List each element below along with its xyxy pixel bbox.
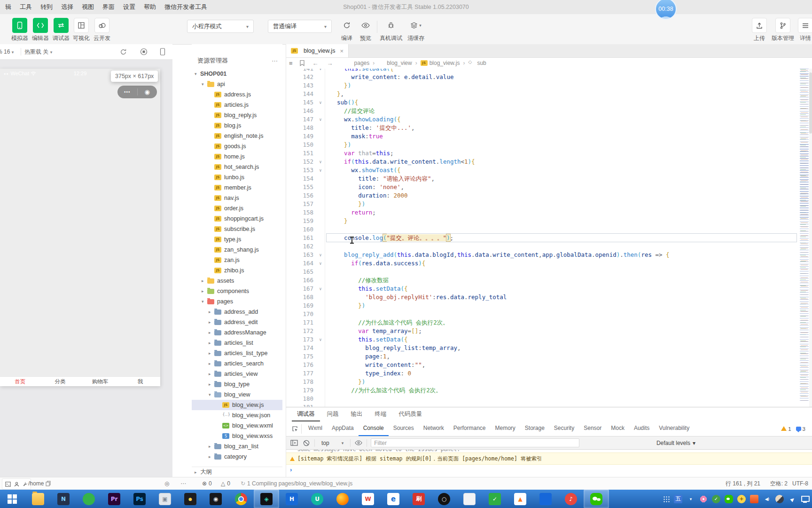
taskbar-ie[interactable]: e: [381, 490, 406, 508]
line-number[interactable]: 150: [286, 141, 316, 149]
editor-button[interactable]: 编辑器: [30, 18, 51, 42]
line-number[interactable]: 164: [286, 259, 316, 268]
taskbar-music[interactable]: ♪: [558, 490, 584, 508]
tray-expand-icon[interactable]: [663, 496, 670, 502]
line-number[interactable]: 167: [286, 285, 316, 293]
devtools-tab[interactable]: Network: [419, 421, 449, 436]
tree-item[interactable]: ▸ articles_search: [192, 358, 282, 369]
line-number[interactable]: 145: [286, 98, 316, 107]
debugger-tab[interactable]: 调试器: [292, 407, 320, 421]
line-number[interactable]: 147: [286, 115, 316, 124]
fold-arrow-icon[interactable]: ∨: [319, 286, 321, 291]
tray-flower-icon[interactable]: [699, 495, 708, 503]
message-count-badge[interactable]: 3: [796, 426, 805, 432]
devtools-tab[interactable]: Audits: [629, 421, 654, 436]
cursor-position[interactable]: 行 161 , 列 21: [726, 477, 760, 490]
line-number[interactable]: 157: [286, 200, 316, 208]
context-select[interactable]: top▾: [319, 439, 346, 447]
line-number[interactable]: 181: [286, 403, 316, 407]
tree-item[interactable]: ▸ addressManage: [192, 327, 282, 338]
outline-section[interactable]: ▸ 大纲: [192, 467, 282, 477]
simulator-device-button[interactable]: [158, 48, 167, 56]
tree-item[interactable]: type.js: [192, 234, 282, 245]
tree-item[interactable]: lunbo.js: [192, 172, 282, 183]
tree-item[interactable]: nav.js: [192, 193, 282, 203]
sidebar-toggle-icon[interactable]: [290, 439, 298, 447]
tree-item[interactable]: blog_reply.js: [192, 110, 282, 120]
debugger-tab[interactable]: 输出: [346, 407, 368, 421]
list-icon[interactable]: ≡: [289, 60, 293, 67]
line-number[interactable]: 149: [286, 132, 316, 141]
line-number[interactable]: 152: [286, 158, 316, 166]
mode-select[interactable]: 小程序模式▾: [187, 20, 254, 33]
simulator-button[interactable]: 模拟器: [9, 18, 30, 42]
devtools-tab[interactable]: Performance: [449, 421, 491, 436]
taskbar-flame[interactable]: ▲: [508, 490, 533, 508]
line-number[interactable]: 148: [286, 124, 316, 132]
error-count[interactable]: ⊗0: [202, 477, 212, 490]
tray-ime-wubi[interactable]: 五: [674, 495, 682, 503]
warning-count-badge[interactable]: 1: [781, 426, 791, 432]
simulator-refresh-button[interactable]: [119, 48, 127, 56]
debugger-tab[interactable]: 终端: [370, 407, 392, 421]
editor-tab[interactable]: blog_view.js ×: [286, 44, 349, 57]
tray-wechat-icon[interactable]: [725, 495, 733, 503]
taskbar-premiere[interactable]: Pr: [102, 490, 127, 508]
line-number[interactable]: 169: [286, 302, 316, 310]
close-icon[interactable]: ×: [340, 48, 344, 55]
taskbar-app-black-circle[interactable]: ○: [431, 490, 457, 508]
phone-tab[interactable]: 我: [120, 377, 160, 386]
fold-arrow-icon[interactable]: ∨: [319, 261, 321, 266]
tray-cursor-icon[interactable]: ▶: [786, 493, 798, 505]
tree-item[interactable]: home.js: [192, 151, 282, 162]
zoom-select[interactable]: % 16 ▾: [0, 44, 14, 60]
simulator-stop-button[interactable]: [140, 48, 148, 56]
cloud-dev-button[interactable]: 云开发: [92, 18, 112, 42]
devtools-tab[interactable]: AppData: [327, 421, 359, 436]
close-target-icon[interactable]: ◉: [138, 88, 157, 95]
debugger-tab[interactable]: 代码质量: [394, 407, 428, 421]
tree-item[interactable]: ▸ components: [192, 286, 282, 296]
preview-button[interactable]: 预览: [355, 18, 376, 42]
line-number[interactable]: 161: [286, 234, 316, 242]
line-number[interactable]: 173: [286, 335, 316, 344]
debugger-button[interactable]: 调试器: [51, 18, 71, 42]
taskbar-chrome[interactable]: [228, 490, 254, 508]
devtools-tab[interactable]: Wxml: [304, 421, 327, 436]
encoding-setting[interactable]: UTF-8: [792, 477, 808, 490]
tree-item[interactable]: ▸ address_add: [192, 307, 282, 317]
record-indicator[interactable]: ◎: [164, 477, 169, 490]
eye-icon[interactable]: [354, 439, 363, 447]
debugger-tab[interactable]: 问题: [322, 407, 344, 421]
phone-screen[interactable]: ●● WeChat 12:29 首页分类购物车我: [0, 69, 160, 386]
line-number[interactable]: 171: [286, 318, 316, 327]
taskbar-app-teal[interactable]: U: [304, 490, 330, 508]
taskbar-wechat[interactable]: [584, 490, 609, 508]
tree-item[interactable]: zhibo.js: [192, 265, 282, 276]
tree-item[interactable]: shoppingcart.js: [192, 214, 282, 224]
line-number[interactable]: 141: [286, 69, 316, 73]
log-levels-select[interactable]: Default levels▾: [656, 440, 695, 446]
taskbar-app-green2[interactable]: ✓: [482, 490, 508, 508]
tree-item[interactable]: ▸ articles_list: [192, 338, 282, 348]
menu-item[interactable]: 帮助: [140, 0, 160, 14]
breadcrumb-item[interactable]: › pages: [345, 60, 370, 66]
phone-tab[interactable]: 分类: [40, 377, 80, 386]
line-number[interactable]: 172: [286, 327, 316, 335]
tree-item[interactable]: ▸ assets: [192, 276, 282, 286]
tray-check-icon[interactable]: ✓: [712, 495, 720, 503]
status-more-icon[interactable]: ⋯: [180, 477, 186, 490]
line-number[interactable]: 175: [286, 352, 316, 361]
menu-item[interactable]: 转到: [36, 0, 57, 14]
line-number[interactable]: 142: [286, 73, 316, 81]
fold-arrow-icon[interactable]: ∨: [319, 159, 321, 164]
tray-orange-icon[interactable]: [750, 495, 758, 503]
bookmark-icon[interactable]: [299, 60, 305, 66]
menu-item[interactable]: 微信开发者工具: [160, 0, 211, 14]
tree-item[interactable]: ▸ articles_list_type: [192, 348, 282, 358]
warning-count[interactable]: △0: [221, 477, 230, 490]
fold-arrow-icon[interactable]: ∨: [319, 117, 321, 122]
devtools-tab[interactable]: Vulnerability: [654, 421, 694, 436]
compile-mode-select[interactable]: 普通编译▾: [268, 20, 332, 33]
clear-console-icon[interactable]: [302, 439, 311, 447]
